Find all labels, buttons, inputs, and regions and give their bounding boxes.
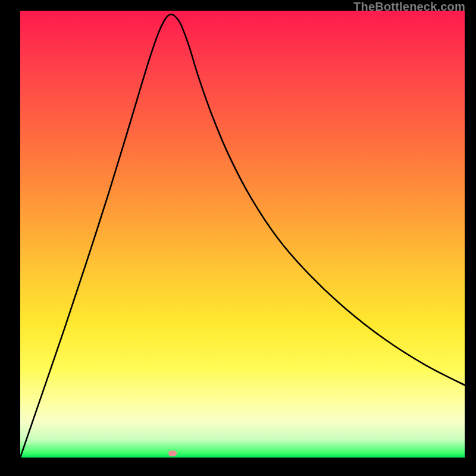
chart-frame: TheBottleneck.com xyxy=(0,0,476,476)
plot-area xyxy=(20,11,465,458)
curve-path xyxy=(20,14,465,458)
bottleneck-curve xyxy=(20,11,465,458)
optimal-point-marker xyxy=(168,451,177,456)
